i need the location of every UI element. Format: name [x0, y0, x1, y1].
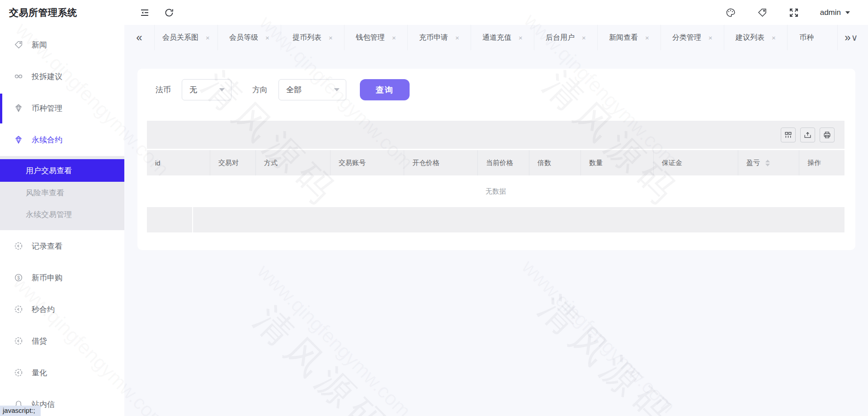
- table-toolbar: [147, 121, 844, 149]
- refresh-icon[interactable]: [164, 7, 175, 19]
- column-settings-button[interactable]: [781, 128, 796, 142]
- app-title: 交易所管理系统: [9, 0, 124, 25]
- tab-backend-users[interactable]: 后台用户 ×: [534, 25, 598, 50]
- sidebar-subitem-perpetual-trade-manage[interactable]: 永续交易管理: [0, 203, 124, 225]
- tab-category-manage[interactable]: 分类管理 ×: [661, 25, 724, 50]
- chevron-down-icon: [334, 88, 340, 91]
- user-menu[interactable]: admin: [820, 8, 850, 17]
- theme-palette-icon[interactable]: [725, 7, 737, 19]
- table-column-header: 数量: [581, 150, 654, 175]
- tab-member-relation-graph[interactable]: 会员关系图 ×: [155, 25, 218, 50]
- sidebar-item-icon: [14, 103, 24, 113]
- print-button[interactable]: [820, 128, 835, 142]
- sidebar-menu-bottom: 记录查看 新币申购 秒合约 借贷: [0, 235, 124, 415]
- watermark-text: www.qingfengymw.com: [253, 260, 415, 416]
- sidebar-item-icon: [14, 71, 24, 81]
- top-header: 交易所管理系统: [0, 0, 868, 25]
- chevron-down-icon: [845, 11, 850, 14]
- table-column-header: 盈亏: [738, 150, 799, 175]
- close-icon[interactable]: ×: [329, 34, 333, 42]
- sidebar-item-icon: [14, 135, 24, 145]
- close-icon[interactable]: ×: [772, 34, 776, 42]
- close-icon[interactable]: ×: [708, 34, 712, 42]
- header-right: admin: [725, 0, 850, 25]
- table-column-header: 交易对: [210, 150, 256, 175]
- sidebar-subitem-user-trade-view[interactable]: 用户交易查看: [0, 159, 124, 182]
- tag-icon[interactable]: [757, 7, 769, 19]
- fiat-label: 法币: [156, 85, 171, 95]
- sort-desc-icon: [765, 164, 770, 166]
- link-preview-statusbar: javascript:;: [0, 406, 41, 416]
- sidebar-item-record-view[interactable]: 记录查看: [0, 235, 124, 257]
- open-tabs-bar: « 会员关系图 × 会员等级 × 提币列表 × 钱包管理: [124, 25, 868, 50]
- search-button[interactable]: 查询: [360, 79, 410, 100]
- active-menu-indicator: [0, 94, 2, 123]
- table-column-header: 当前价格: [478, 150, 529, 175]
- sidebar: 新闻 投拆建议 币种管理 永续合约: [0, 25, 124, 416]
- close-icon[interactable]: ×: [206, 34, 210, 42]
- table-column-header: 方式: [256, 150, 330, 175]
- tabs-dropdown-button[interactable]: ∨: [845, 25, 863, 50]
- sidebar-item-perpetual-contract[interactable]: 永续合约: [0, 129, 124, 151]
- open-tabs: 会员关系图 × 会员等级 × 提币列表 × 钱包管理 ×: [155, 25, 837, 50]
- tab-channel-deposit[interactable]: 通道充值 ×: [471, 25, 534, 50]
- header-left-icons: [139, 0, 175, 25]
- sidebar-item-icon: [14, 336, 24, 346]
- tab-suggestion-list[interactable]: 建议列表 ×: [724, 25, 788, 50]
- sidebar-item-lending[interactable]: 借贷: [0, 330, 124, 352]
- table-column-header: id: [147, 150, 210, 175]
- sidebar-item-news[interactable]: 新闻: [0, 34, 124, 56]
- sidebar-item-icon: [14, 40, 24, 50]
- sidebar-item-icon: [14, 368, 24, 378]
- exchange-admin-app: 交易所管理系统: [0, 0, 868, 416]
- table-column-header: 开仓价格: [404, 150, 478, 175]
- fullscreen-icon[interactable]: [788, 7, 800, 19]
- tab-news-view[interactable]: 新闻查看 ×: [598, 25, 661, 50]
- close-icon[interactable]: ×: [519, 34, 523, 42]
- watermark-text: 清风源码: [244, 296, 401, 416]
- tab-deposit-apply[interactable]: 充币申请 ×: [408, 25, 471, 50]
- direction-select-value: 全部: [286, 85, 302, 95]
- watermark-text: 清风源码: [528, 285, 686, 416]
- sidebar-item-coin-manage[interactable]: 币种管理: [0, 97, 124, 119]
- trades-table: id 交易对: [147, 121, 844, 232]
- table-footer-row: [147, 207, 844, 232]
- close-icon[interactable]: ×: [645, 34, 649, 42]
- content-card: 法币 无 方向 全部 查询: [137, 69, 855, 250]
- sidebar-subitem-risk-rate-view[interactable]: 风险率查看: [0, 182, 124, 203]
- sidebar-menu-top: 新闻 投拆建议 币种管理 永续合约: [0, 25, 124, 151]
- close-icon[interactable]: ×: [582, 34, 586, 42]
- fiat-select[interactable]: 无: [182, 79, 231, 100]
- chevron-down-icon: [219, 88, 225, 91]
- sidebar-item-new-coin-subscribe[interactable]: 新币申购: [0, 267, 124, 288]
- direction-select[interactable]: 全部: [278, 79, 346, 100]
- sidebar-item-icon: [14, 304, 24, 314]
- tab-withdraw-list[interactable]: 提币列表 ×: [281, 25, 344, 50]
- tab-member-level[interactable]: 会员等级 ×: [218, 25, 281, 50]
- user-name: admin: [820, 8, 841, 17]
- tabs-scroll-left-button[interactable]: «: [124, 25, 155, 50]
- close-icon[interactable]: ×: [455, 34, 459, 42]
- tab-wallet-manage[interactable]: 钱包管理 ×: [344, 25, 408, 50]
- close-icon[interactable]: ×: [392, 34, 396, 42]
- sort-asc-icon: [765, 160, 770, 162]
- sidebar-item-complaints-suggestions[interactable]: 投拆建议: [0, 66, 124, 87]
- sort-icons[interactable]: [765, 160, 770, 166]
- tab-coin[interactable]: 币种 ×: [788, 25, 837, 50]
- table-empty-state: 无数据: [147, 175, 844, 207]
- sidebar-item-icon: [14, 241, 24, 251]
- menu-fold-icon[interactable]: [139, 7, 151, 19]
- table-column-header: 交易账号: [330, 150, 404, 175]
- sidebar-item-second-contract[interactable]: 秒合约: [0, 298, 124, 320]
- sidebar-item-quantify[interactable]: 量化: [0, 362, 124, 383]
- filter-row: 法币 无 方向 全部 查询: [156, 79, 410, 100]
- table-header-row: id 交易对: [147, 149, 844, 175]
- export-button[interactable]: [800, 128, 815, 142]
- sidebar-submenu-perpetual: 用户交易查看 风险率查看 永续交易管理: [0, 156, 124, 230]
- table-column-header: 保证金: [654, 150, 738, 175]
- direction-label: 方向: [252, 85, 268, 95]
- sidebar-item-icon: [14, 273, 24, 283]
- table-column-header: 操作: [799, 150, 821, 175]
- close-icon[interactable]: ×: [265, 34, 269, 42]
- fiat-select-value: 无: [189, 85, 197, 95]
